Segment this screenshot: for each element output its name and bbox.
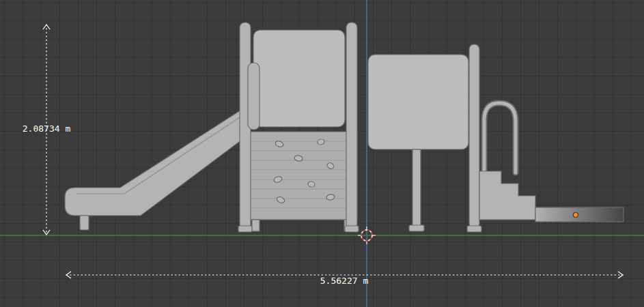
stairs-assembly[interactable] [479, 103, 624, 222]
platform-panel[interactable] [368, 55, 468, 149]
climbing-wall[interactable] [247, 132, 357, 220]
width-measurement-label[interactable]: 5.56227 m [320, 276, 369, 286]
stair-handrail-outline[interactable] [484, 103, 516, 173]
stair-steps[interactable] [479, 171, 535, 220]
playground-model[interactable] [65, 23, 624, 232]
tower-panel[interactable] [253, 30, 345, 127]
stair-handrail[interactable] [484, 103, 516, 173]
slide-foot[interactable] [80, 216, 89, 230]
wall-foot[interactable] [252, 220, 260, 231]
slide-body[interactable] [65, 108, 244, 216]
post-foot[interactable] [409, 225, 424, 231]
platform-tower[interactable] [368, 44, 481, 232]
handrail-loop[interactable] [248, 63, 260, 130]
climb-tower[interactable] [238, 23, 359, 232]
tower-post-right[interactable] [346, 23, 357, 229]
walkway-ramp[interactable] [535, 207, 624, 222]
post-foot[interactable] [238, 226, 252, 232]
height-measurement-label[interactable]: 2.08734 m [23, 123, 71, 134]
tower-post-far-right[interactable] [469, 44, 479, 229]
object-origin-dot[interactable] [574, 213, 578, 218]
post-foot[interactable] [467, 226, 481, 232]
viewport-3d[interactable]: 2.08734 m 5.56227 m [0, 0, 644, 307]
center-post[interactable] [412, 149, 421, 228]
post-foot[interactable] [345, 226, 359, 232]
scene-svg: 2.08734 m 5.56227 m [0, 0, 644, 307]
